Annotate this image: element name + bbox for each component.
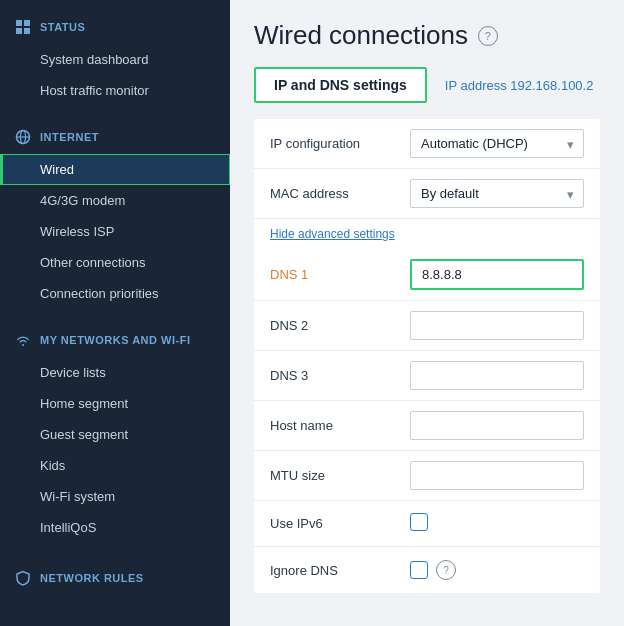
mac-address-control: By default Custom xyxy=(410,179,584,208)
grid-icon xyxy=(14,18,32,36)
sidebar-section-my-networks: MY NETWORKS AND WI-FI Device lists Home … xyxy=(0,313,230,547)
sidebar-section-header-network-rules: NETWORK RULES xyxy=(0,565,230,595)
sidebar-section-label-my-networks: MY NETWORKS AND WI-FI xyxy=(40,334,190,346)
svg-rect-2 xyxy=(16,28,22,34)
sidebar-section-label-network-rules: NETWORK RULES xyxy=(40,572,144,584)
ignore-dns-help-button[interactable]: ? xyxy=(436,560,456,580)
mac-address-label: MAC address xyxy=(270,186,410,201)
mtu-size-input[interactable] xyxy=(410,461,584,490)
host-name-label: Host name xyxy=(270,418,410,433)
sidebar-section-network-rules: NETWORK RULES xyxy=(0,551,230,599)
sidebar-section-header-internet: INTERNET xyxy=(0,124,230,154)
shield-icon xyxy=(14,569,32,587)
ignore-dns-label: Ignore DNS xyxy=(270,563,410,578)
sidebar-item-guest-segment[interactable]: Guest segment xyxy=(0,419,230,450)
hide-advanced-link[interactable]: Hide advanced settings xyxy=(254,219,600,249)
page-help-button[interactable]: ? xyxy=(478,26,498,46)
dns2-label: DNS 2 xyxy=(270,318,410,333)
dns3-input[interactable] xyxy=(410,361,584,390)
sidebar-section-internet: INTERNET Wired 4G/3G modem Wireless ISP … xyxy=(0,110,230,313)
ip-configuration-select[interactable]: Automatic (DHCP) Static IP xyxy=(410,129,584,158)
mac-address-row: MAC address By default Custom xyxy=(254,169,600,219)
sidebar-item-wired[interactable]: Wired xyxy=(0,154,230,185)
ip-configuration-label: IP configuration xyxy=(270,136,410,151)
sidebar-item-home-segment[interactable]: Home segment xyxy=(0,388,230,419)
svg-rect-1 xyxy=(24,20,30,26)
sidebar-item-kids[interactable]: Kids xyxy=(0,450,230,481)
dns2-input[interactable] xyxy=(410,311,584,340)
sidebar-item-device-lists[interactable]: Device lists xyxy=(0,357,230,388)
use-ipv6-row: Use IPv6 xyxy=(254,501,600,547)
dns1-label: DNS 1 xyxy=(270,267,410,282)
ignore-dns-row: Ignore DNS ? xyxy=(254,547,600,593)
host-name-input[interactable] xyxy=(410,411,584,440)
dns3-row: DNS 3 xyxy=(254,351,600,401)
sidebar-section-header-status: STATUS xyxy=(0,14,230,44)
svg-rect-0 xyxy=(16,20,22,26)
sidebar-item-wifi-system[interactable]: Wi-Fi system xyxy=(0,481,230,512)
host-name-row: Host name xyxy=(254,401,600,451)
use-ipv6-label: Use IPv6 xyxy=(270,516,410,531)
dns3-control xyxy=(410,361,584,390)
main-content: Wired connections ? IP and DNS settings … xyxy=(230,0,624,626)
sidebar-section-status: STATUS System dashboard Host traffic mon… xyxy=(0,0,230,110)
page-title: Wired connections xyxy=(254,20,468,51)
form-area: IP configuration Automatic (DHCP) Static… xyxy=(254,119,600,593)
wifi-icon xyxy=(14,331,32,349)
ip-configuration-control: Automatic (DHCP) Static IP xyxy=(410,129,584,158)
host-name-control xyxy=(410,411,584,440)
svg-rect-3 xyxy=(24,28,30,34)
use-ipv6-checkbox[interactable] xyxy=(410,513,428,531)
sidebar-item-4g-3g-modem[interactable]: 4G/3G modem xyxy=(0,185,230,216)
dns1-row: DNS 1 xyxy=(254,249,600,301)
mtu-size-control xyxy=(410,461,584,490)
tab-ip-dns-settings[interactable]: IP and DNS settings xyxy=(254,67,427,103)
dns1-input[interactable] xyxy=(410,259,584,290)
mac-address-select[interactable]: By default Custom xyxy=(410,179,584,208)
sidebar-section-label-internet: INTERNET xyxy=(40,131,99,143)
mac-address-select-wrapper: By default Custom xyxy=(410,179,584,208)
sidebar-item-host-traffic-monitor[interactable]: Host traffic monitor xyxy=(0,75,230,106)
tab-bar: IP and DNS settings IP address 192.168.1… xyxy=(254,67,600,103)
ip-configuration-row: IP configuration Automatic (DHCP) Static… xyxy=(254,119,600,169)
use-ipv6-control xyxy=(410,513,584,534)
mtu-size-row: MTU size xyxy=(254,451,600,501)
dns3-label: DNS 3 xyxy=(270,368,410,383)
sidebar-section-label-status: STATUS xyxy=(40,21,85,33)
dns2-row: DNS 2 xyxy=(254,301,600,351)
dns1-control xyxy=(410,259,584,290)
sidebar-item-connection-priorities[interactable]: Connection priorities xyxy=(0,278,230,309)
sidebar-section-header-my-networks: MY NETWORKS AND WI-FI xyxy=(0,327,230,357)
sidebar-item-system-dashboard[interactable]: System dashboard xyxy=(0,44,230,75)
sidebar-item-other-connections[interactable]: Other connections xyxy=(0,247,230,278)
dns2-control xyxy=(410,311,584,340)
globe-icon xyxy=(14,128,32,146)
mtu-size-label: MTU size xyxy=(270,468,410,483)
ignore-dns-control: ? xyxy=(410,560,584,580)
ignore-dns-checkbox[interactable] xyxy=(410,561,428,579)
ip-address-display: IP address 192.168.100.2 xyxy=(445,78,594,93)
page-title-wrapper: Wired connections ? xyxy=(254,20,600,51)
sidebar-item-intelliqos[interactable]: IntelliQoS xyxy=(0,512,230,543)
sidebar: STATUS System dashboard Host traffic mon… xyxy=(0,0,230,626)
sidebar-item-wireless-isp[interactable]: Wireless ISP xyxy=(0,216,230,247)
ip-configuration-select-wrapper: Automatic (DHCP) Static IP xyxy=(410,129,584,158)
